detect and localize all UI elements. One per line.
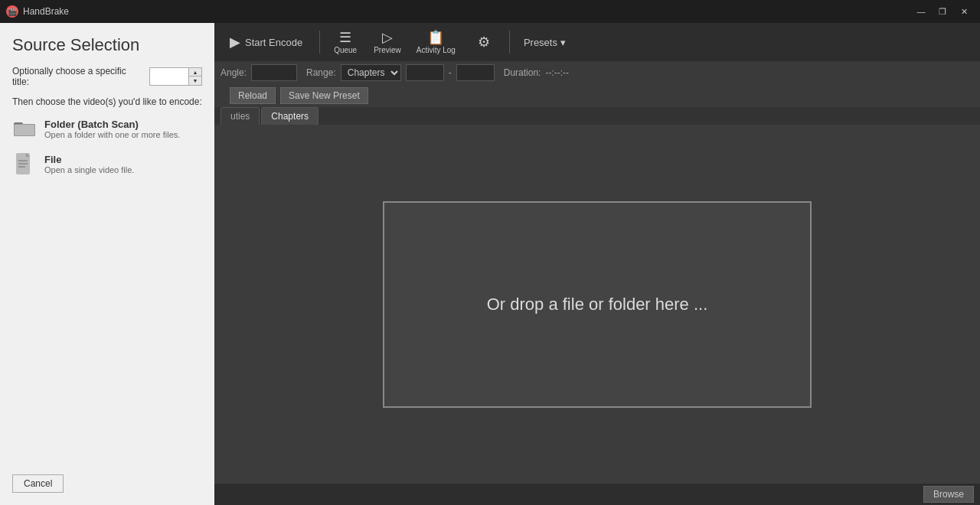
range-end-input[interactable] bbox=[456, 64, 495, 81]
choose-label: Then choose the video(s) you'd like to e… bbox=[12, 96, 202, 107]
queue-icon: ☰ bbox=[339, 31, 351, 44]
tabs-bar: uties Chapters bbox=[214, 107, 980, 125]
start-encode-icon: ▶ bbox=[230, 34, 240, 50]
presets-arrow-icon: ▾ bbox=[560, 37, 566, 48]
spin-up-button[interactable]: ▲ bbox=[189, 68, 201, 77]
file-icon bbox=[12, 152, 37, 176]
angle-label: Angle: bbox=[220, 67, 247, 78]
angle-input[interactable] bbox=[251, 64, 297, 81]
app-title: HandBrake bbox=[23, 6, 69, 17]
duration-value: --:--:-- bbox=[545, 67, 569, 78]
source-selection-panel: Source Selection Optionally choose a spe… bbox=[0, 23, 214, 505]
folder-option-text: Folder (Batch Scan) Open a folder with o… bbox=[44, 119, 180, 139]
drop-area-container: Or drop a file or folder here ... bbox=[214, 125, 980, 484]
source-selection-title: Source Selection bbox=[12, 35, 202, 55]
title-input[interactable] bbox=[150, 68, 188, 85]
minimize-button[interactable]: — bbox=[911, 4, 931, 19]
file-option-title: File bbox=[44, 154, 134, 165]
preview-label: Preview bbox=[374, 46, 401, 54]
range-group: Range: Chapters - bbox=[306, 64, 495, 81]
toolbar-separator-1 bbox=[319, 31, 320, 54]
folder-option-title: Folder (Batch Scan) bbox=[44, 119, 180, 130]
range-start-input[interactable] bbox=[406, 64, 444, 81]
file-option-desc: Open a single video file. bbox=[44, 165, 134, 174]
folder-option[interactable]: Folder (Batch Scan) Open a folder with o… bbox=[12, 116, 202, 141]
activity-log-label: Activity Log bbox=[416, 46, 456, 54]
tab-subtitles[interactable]: uties bbox=[220, 107, 260, 125]
title-bar: 🎬 HandBrake — ❐ ✕ bbox=[0, 0, 980, 23]
file-option[interactable]: File Open a single video file. bbox=[12, 152, 202, 176]
main-content: Source Selection Optionally choose a spe… bbox=[0, 23, 980, 505]
bottom-bar: Browse bbox=[214, 484, 980, 505]
preview-button[interactable]: ▷ Preview bbox=[368, 25, 407, 59]
title-bar-left: 🎬 HandBrake bbox=[6, 5, 69, 18]
drop-text: Or drop a file or folder here ... bbox=[487, 295, 708, 314]
preview-icon: ▷ bbox=[382, 31, 393, 44]
presets-button[interactable]: Presets ▾ bbox=[516, 25, 573, 59]
tab-chapters[interactable]: Chapters bbox=[261, 107, 318, 125]
range-dash: - bbox=[449, 67, 452, 78]
cancel-button[interactable]: Cancel bbox=[12, 474, 64, 493]
app-panel: ▶ Start Encode ☰ Queue ▷ Preview 📋 Activ… bbox=[214, 23, 980, 505]
file-option-text: File Open a single video file. bbox=[44, 154, 134, 174]
folder-option-desc: Open a folder with one or more files. bbox=[44, 130, 180, 139]
folder-icon bbox=[12, 116, 37, 141]
settings-icon: ⚙ bbox=[478, 35, 490, 49]
title-spinner[interactable]: ▲ ▼ bbox=[149, 67, 202, 86]
range-label: Range: bbox=[306, 67, 336, 78]
range-select[interactable]: Chapters bbox=[341, 64, 401, 81]
reload-button[interactable]: Reload bbox=[230, 87, 276, 104]
title-select-label: Optionally choose a specific title: bbox=[12, 66, 145, 87]
activity-log-icon: 📋 bbox=[427, 31, 444, 44]
toolbar: ▶ Start Encode ☰ Queue ▷ Preview 📋 Activ… bbox=[214, 23, 980, 61]
queue-button[interactable]: ☰ Queue bbox=[326, 25, 364, 59]
presets-label: Presets bbox=[524, 37, 557, 48]
settings-button[interactable]: ⚙ bbox=[465, 25, 503, 59]
duration-label: Duration: bbox=[504, 67, 541, 78]
toolbar-separator-2 bbox=[509, 31, 510, 54]
title-select-row: Optionally choose a specific title: ▲ ▼ bbox=[12, 66, 202, 87]
title-bar-controls: — ❐ ✕ bbox=[911, 4, 974, 19]
settings-bar: Angle: Range: Chapters - Duration: --:--… bbox=[214, 61, 980, 84]
angle-group: Angle: bbox=[220, 64, 297, 81]
start-encode-label: Start Encode bbox=[245, 37, 302, 48]
duration-group: Duration: --:--:-- bbox=[504, 67, 569, 78]
maximize-button[interactable]: ❐ bbox=[933, 4, 952, 19]
start-encode-button[interactable]: ▶ Start Encode bbox=[219, 25, 313, 59]
close-button[interactable]: ✕ bbox=[954, 4, 974, 19]
browse-button[interactable]: Browse bbox=[923, 486, 974, 503]
svg-rect-3 bbox=[15, 125, 34, 135]
app-icon: 🎬 bbox=[6, 5, 18, 18]
buttons-bar: Reload Save New Preset bbox=[214, 84, 980, 107]
drop-area[interactable]: Or drop a file or folder here ... bbox=[383, 201, 812, 408]
spinner-buttons: ▲ ▼ bbox=[188, 68, 201, 85]
save-preset-button[interactable]: Save New Preset bbox=[280, 87, 368, 104]
spin-down-button[interactable]: ▼ bbox=[189, 77, 201, 85]
activity-log-button[interactable]: 📋 Activity Log bbox=[410, 25, 462, 59]
queue-label: Queue bbox=[334, 46, 357, 54]
